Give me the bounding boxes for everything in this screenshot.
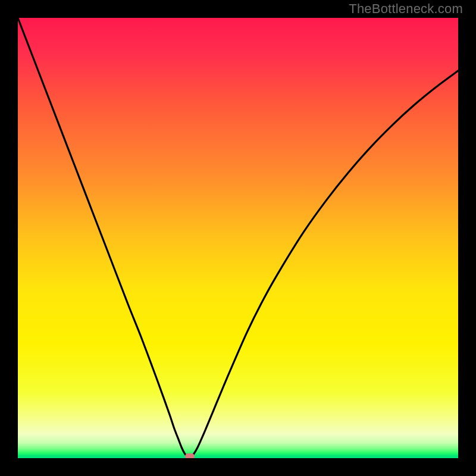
- plot-area: [18, 18, 458, 458]
- minimum-marker: [185, 453, 195, 458]
- chart-frame: TheBottleneck.com: [0, 0, 476, 476]
- bottleneck-curve: [18, 18, 458, 458]
- attribution-text: TheBottleneck.com: [349, 1, 463, 17]
